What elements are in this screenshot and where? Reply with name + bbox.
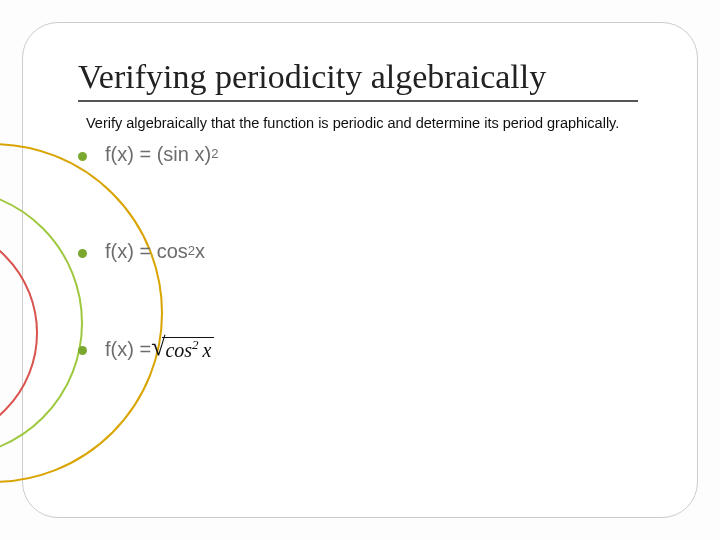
equation-b-prefix: f(x) = cos bbox=[105, 240, 188, 263]
slide-content: Verifying periodicity algebraically Veri… bbox=[78, 58, 670, 436]
list-item: f(x) = cos2x bbox=[78, 240, 670, 263]
equation-a: f(x) = (sin x)2 bbox=[105, 143, 218, 166]
list-item: f(x) = (sin x)2 bbox=[78, 143, 670, 166]
equation-b: f(x) = cos2x bbox=[105, 240, 205, 263]
equation-c: f(x) = √ cos2x bbox=[105, 337, 214, 362]
equation-b-suffix: x bbox=[195, 240, 205, 263]
list-item: f(x) = √ cos2x bbox=[78, 337, 670, 362]
title-underline bbox=[78, 100, 638, 102]
bullet-icon bbox=[78, 346, 87, 355]
sqrt-base: cos bbox=[165, 339, 192, 361]
slide-title: Verifying periodicity algebraically bbox=[78, 58, 670, 102]
sqrt-var: x bbox=[203, 339, 212, 361]
sqrt-expression: √ cos2x bbox=[151, 337, 214, 362]
equation-a-text: f(x) = (sin x) bbox=[105, 143, 211, 166]
instruction-text: Verify algebraically that the function i… bbox=[86, 114, 640, 133]
sqrt-body: cos2x bbox=[162, 337, 214, 362]
sqrt-sup: 2 bbox=[192, 337, 199, 352]
bullet-icon bbox=[78, 249, 87, 258]
bullet-icon bbox=[78, 152, 87, 161]
equation-c-prefix: f(x) = bbox=[105, 338, 151, 361]
